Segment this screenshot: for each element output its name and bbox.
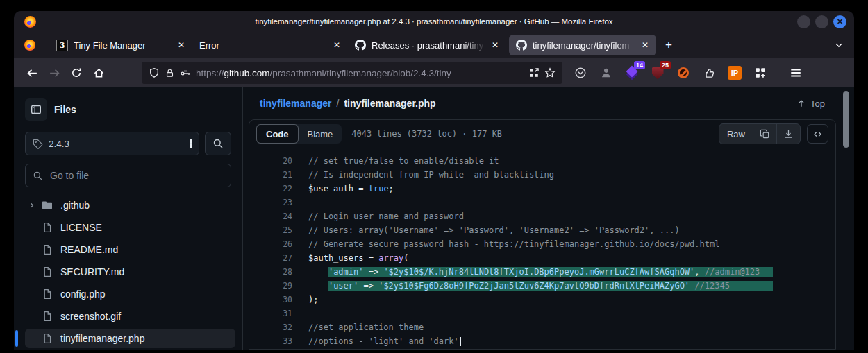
close-button[interactable]: ✕ [833,15,846,28]
tab-code[interactable]: Code [256,124,299,144]
code-line[interactable]: 32//set application theme [249,320,835,334]
line-number[interactable]: 22 [249,184,292,193]
url-text[interactable]: https://github.com/prasathmani/tinyfilem… [196,68,524,78]
ip-extension-button[interactable]: IP [726,64,743,81]
symbols-panel-button[interactable] [807,124,828,144]
noscript-button[interactable] [675,64,692,81]
maximize-button[interactable] [815,15,828,28]
account-button[interactable] [598,64,615,81]
file-tree-item-security-md[interactable]: SECURITY.md [25,262,235,282]
branch-selector[interactable]: 2.4.3 [25,132,199,155]
code-line[interactable]: 21// Is independent from IP white- and b… [249,168,835,182]
go-to-file-input[interactable] [49,169,224,182]
browser-tab[interactable]: 3Tiny File Manager✕ [49,35,192,55]
reload-button[interactable] [65,62,87,84]
file-icon [42,289,53,300]
new-tab-button[interactable]: + [659,35,678,55]
file-name: LICENSE [60,222,102,233]
code-editor[interactable]: 20// set true/false to enable/disable it… [249,148,835,348]
extensions-grid-button[interactable] [752,64,769,81]
code-line[interactable]: 27$auth_users = array( [249,251,835,265]
browser-tab[interactable]: Releases · prasathmani/tiny✕ [348,35,506,55]
list-all-tabs-button[interactable] [829,35,849,55]
line-number[interactable]: 20 [249,156,292,166]
thumbs-extension-button[interactable] [701,64,717,81]
firefox-view-button[interactable] [19,35,40,55]
minimize-button[interactable] [797,15,810,28]
sidebar-controls: 2.4.3 [25,132,231,155]
github-favicon [355,40,366,51]
file-tree-item-config-php[interactable]: config.php [25,284,235,304]
url-bar[interactable]: https://github.com/prasathmani/tinyfilem… [142,62,562,84]
search-this-repository-button[interactable] [205,132,231,155]
browser-tab[interactable]: tinyfilemanager/tinyfilem✕ [509,35,656,55]
folder-icon [42,200,53,211]
breadcrumb-repo-link[interactable]: tinyfilemanager [260,98,331,109]
code-line-content: $auth_users = array( [308,253,409,263]
tab-close-button[interactable]: ✕ [174,38,188,52]
line-number[interactable]: 30 [249,295,292,304]
extension-purple-button[interactable]: 14 [624,64,640,81]
file-tree: .githubLICENSEREADME.mdSECURITY.mdconfig… [14,196,242,348]
menu-button[interactable] [787,64,804,81]
permissions-key-icon[interactable] [180,67,191,78]
tab-close-button[interactable]: ✕ [330,38,344,52]
copy-raw-button[interactable] [753,124,777,144]
search-icon [212,138,224,149]
tab-close-button[interactable]: ✕ [638,38,652,52]
line-number[interactable]: 26 [249,239,292,249]
vertical-scrollbar[interactable] [843,91,849,148]
line-number[interactable]: 24 [249,212,292,221]
file-tree-item-license[interactable]: LICENSE [25,218,235,237]
browser-tab[interactable]: Error✕ [192,35,348,55]
chevron-right-icon[interactable] [28,201,36,209]
code-line[interactable]: 25// Users: array('Username' => 'Passwor… [249,223,835,237]
tracking-shield-icon[interactable] [149,67,160,78]
github-favicon [516,40,527,51]
file-icon [42,222,53,233]
tab-close-button[interactable]: ✕ [488,38,502,52]
desktop-background: tinyfilemanager/tinyfilemanager.php at 2… [0,0,868,353]
line-number[interactable]: 25 [249,225,292,235]
code-line[interactable]: 24// Login user name and password [249,209,835,223]
tab-blame[interactable]: Blame [299,124,342,144]
line-number[interactable]: 31 [249,309,292,318]
line-number[interactable]: 23 [249,198,292,207]
file-tree-item-screenshot-gif[interactable]: screenshot.gif [25,307,235,326]
code-line[interactable]: 30); [249,293,835,307]
code-line[interactable]: 33//options - 'light' and 'dark' [249,334,835,348]
pocket-button[interactable] [572,64,589,81]
lock-icon[interactable] [165,68,175,78]
home-button[interactable] [87,62,110,84]
bookmark-star-icon[interactable] [544,67,556,78]
github-octocat-icon [355,40,366,51]
collapse-sidebar-button[interactable] [25,98,47,121]
extension-badge: 14 [634,61,645,69]
code-line[interactable]: 23 [249,196,835,209]
code-line[interactable]: 26// Generate secure password hash - htt… [249,237,835,251]
back-button[interactable] [21,62,43,84]
line-number[interactable]: 32 [249,322,292,332]
line-number[interactable]: 28 [249,267,292,277]
code-line[interactable]: 20// set true/false to enable/disable it [249,154,835,168]
back-to-top-link[interactable]: Top [796,98,825,109]
forward-button[interactable] [43,62,65,84]
file-tree-item-readme-md[interactable]: README.md [25,240,235,259]
adblock-shield-button[interactable]: 25 [649,64,666,81]
code-line[interactable]: 31 [249,307,835,320]
download-raw-button[interactable] [777,124,800,144]
firefox-window: tinyfilemanager/tinyfilemanager.php at 2… [14,11,854,350]
code-line[interactable]: 28 'admin' => '$2y$10$/K.hjNr84lLNDt8fTX… [249,265,835,279]
code-line[interactable]: 29 'user' => '$2y$10$Fg6Dz8oH9fPoZ2jJan5… [249,279,835,293]
code-line[interactable]: 22$use_auth = true; [249,182,835,196]
window-titlebar[interactable]: tinyfilemanager/tinyfilemanager.php at 2… [14,11,854,32]
line-number[interactable]: 21 [249,170,292,180]
file-tree-item--github[interactable]: .github [25,196,235,215]
page-action-grid-icon[interactable] [528,67,540,78]
line-number[interactable]: 29 [249,281,292,291]
line-number[interactable]: 27 [249,253,292,263]
raw-button[interactable]: Raw [719,124,753,144]
line-number[interactable]: 33 [249,336,292,346]
go-to-file-field[interactable] [25,164,231,187]
file-tree-item-tinyfilemanager-php[interactable]: tinyfilemanager.php [25,329,235,348]
